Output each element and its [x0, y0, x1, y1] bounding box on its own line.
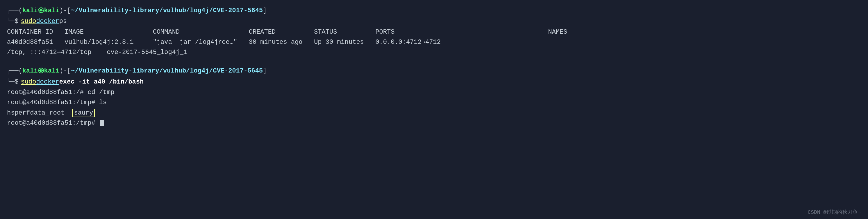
arrow-2: └─ [7, 77, 14, 87]
prompt-user-2: kali㉿kali [22, 66, 60, 76]
prompt-path-1: ~/Vulnerability-library/vulhub/log4j/CVE… [71, 5, 263, 16]
output-ls-result: hsperfdata_root saury [7, 108, 861, 118]
command-line-2: └─$ sudo docker exec -it a40 /bin/bash [7, 77, 861, 87]
ps-cmd: ps [59, 16, 67, 27]
highlighted-saury: saury [72, 109, 95, 117]
table-row-1: a40d0d88fa51 vulhub/log4j:2.8.1 "java -j… [7, 37, 861, 47]
prompt-user-1: kali㉿kali [22, 5, 60, 16]
sudo-2: sudo [21, 77, 36, 87]
output-cd: root@a40d0d88fa51:/# cd /tmp [7, 87, 861, 98]
corner-bracket-2: ┌──( [7, 66, 22, 76]
docker-1: docker [36, 16, 59, 27]
table-header: CONTAINER ID IMAGE COMMAND CREATED STATU… [7, 27, 861, 37]
empty-line-1 [7, 58, 861, 66]
sudo-1: sudo [21, 16, 36, 27]
prompt-line-1: ┌──(kali㉿kali)-[~/Vulnerability-library/… [7, 5, 861, 16]
bracket-close-2: )-[ [59, 66, 71, 76]
docker-2: docker [36, 77, 59, 87]
bracket-close-1: )-[ [59, 5, 71, 16]
bracket-end-1: ] [263, 5, 267, 16]
table-row-1-cont: /tcp, :::4712→4712/tcp cve-2017-5645_log… [7, 47, 861, 58]
prompt-line-2: ┌──(kali㉿kali)-[~/Vulnerability-library/… [7, 66, 861, 76]
arrow-1: └─ [7, 16, 14, 27]
bracket-end-2: ] [263, 66, 267, 76]
command-line-1: └─$ sudo docker ps [7, 16, 861, 27]
prompt-path-2: ~/Vulnerability-library/vulhub/log4j/CVE… [71, 66, 263, 76]
dollar-1: $ [14, 16, 18, 27]
watermark: CSDN @过期的秋刀鱼~ [808, 209, 861, 216]
terminal-window: ┌──(kali㉿kali)-[~/Vulnerability-library/… [0, 0, 868, 219]
output-ls: root@a40d0d88fa51:/tmp# ls [7, 98, 861, 108]
cursor-block [100, 120, 104, 126]
dollar-2: $ [14, 77, 18, 87]
exec-cmd: exec -it a40 /bin/bash [59, 77, 144, 87]
final-prompt: root@a40d0d88fa51:/tmp# [7, 118, 99, 128]
corner-bracket-1: ┌──( [7, 5, 22, 16]
output-prompt-cursor: root@a40d0d88fa51:/tmp# [7, 118, 861, 128]
